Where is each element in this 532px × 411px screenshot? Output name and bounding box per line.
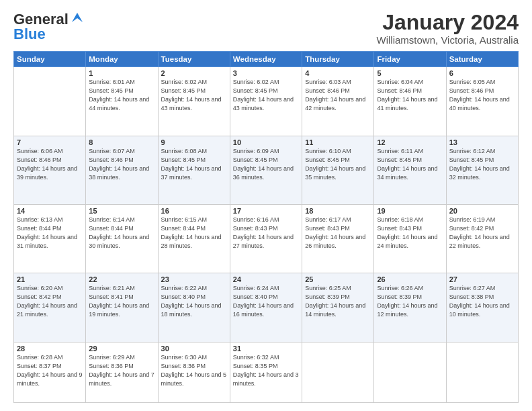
day-info: Sunrise: 6:26 AMSunset: 8:39 PMDaylight:… [377,284,443,319]
day-number: 15 [89,207,154,215]
table-row: 8Sunrise: 6:07 AMSunset: 8:46 PMDaylight… [86,136,158,204]
table-row: 22Sunrise: 6:21 AMSunset: 8:41 PMDayligh… [86,273,158,342]
header-thursday: Thursday [302,52,374,67]
day-info: Sunrise: 6:02 AMSunset: 8:45 PMDaylight:… [233,78,299,113]
day-info: Sunrise: 6:29 AMSunset: 8:36 PMDaylight:… [89,353,154,388]
svg-marker-0 [72,13,83,22]
day-number: 20 [449,207,515,215]
day-info: Sunrise: 6:18 AMSunset: 8:43 PMDaylight:… [377,216,443,250]
page: General Blue January 2024 Williamstown, … [0,0,532,411]
table-row: 7Sunrise: 6:06 AMSunset: 8:46 PMDaylight… [14,136,86,204]
day-info: Sunrise: 6:03 AMSunset: 8:46 PMDaylight:… [305,78,371,113]
day-info: Sunrise: 6:30 AMSunset: 8:36 PMDaylight:… [161,353,227,388]
day-info: Sunrise: 6:05 AMSunset: 8:46 PMDaylight:… [449,78,515,113]
day-info: Sunrise: 6:19 AMSunset: 8:42 PMDaylight:… [449,216,515,250]
day-number: 7 [17,138,83,146]
day-number: 3 [233,69,299,77]
day-info: Sunrise: 6:32 AMSunset: 8:35 PMDaylight:… [233,353,299,388]
table-row: 13Sunrise: 6:12 AMSunset: 8:45 PMDayligh… [446,136,518,204]
day-info: Sunrise: 6:17 AMSunset: 8:43 PMDaylight:… [305,216,371,250]
table-row: 2Sunrise: 6:02 AMSunset: 8:45 PMDaylight… [158,67,230,136]
day-info: Sunrise: 6:15 AMSunset: 8:44 PMDaylight:… [161,216,227,250]
day-number: 26 [377,275,443,283]
day-number: 25 [305,275,371,283]
header-monday: Monday [86,52,158,67]
day-info: Sunrise: 6:06 AMSunset: 8:46 PMDaylight:… [17,147,83,182]
day-number: 23 [161,275,227,283]
header-wednesday: Wednesday [230,52,302,67]
day-number: 30 [161,345,227,353]
day-info: Sunrise: 6:10 AMSunset: 8:45 PMDaylight:… [305,147,371,182]
table-row [14,67,86,136]
day-info: Sunrise: 6:02 AMSunset: 8:45 PMDaylight:… [161,78,227,113]
table-row: 3Sunrise: 6:02 AMSunset: 8:45 PMDaylight… [230,67,302,136]
day-number: 29 [89,345,154,353]
day-info: Sunrise: 6:27 AMSunset: 8:38 PMDaylight:… [449,284,515,319]
day-number: 5 [377,69,443,77]
header-saturday: Saturday [446,52,518,67]
day-info: Sunrise: 6:22 AMSunset: 8:40 PMDaylight:… [161,284,227,319]
day-info: Sunrise: 6:13 AMSunset: 8:44 PMDaylight:… [17,216,83,250]
table-row: 12Sunrise: 6:11 AMSunset: 8:45 PMDayligh… [374,136,446,204]
day-info: Sunrise: 6:11 AMSunset: 8:45 PMDaylight:… [377,147,443,182]
table-row: 31Sunrise: 6:32 AMSunset: 8:35 PMDayligh… [230,342,302,402]
table-row: 16Sunrise: 6:15 AMSunset: 8:44 PMDayligh… [158,204,230,273]
day-number: 6 [449,69,515,77]
main-title: January 2024 [377,11,519,34]
logo-blue: Blue [13,26,46,43]
day-number: 19 [377,207,443,215]
table-row [446,342,518,402]
table-row: 19Sunrise: 6:18 AMSunset: 8:43 PMDayligh… [374,204,446,273]
day-number: 21 [17,275,83,283]
calendar-week-row: 7Sunrise: 6:06 AMSunset: 8:46 PMDaylight… [14,136,519,204]
weekday-header-row: Sunday Monday Tuesday Wednesday Thursday… [14,52,519,67]
table-row: 4Sunrise: 6:03 AMSunset: 8:46 PMDaylight… [302,67,374,136]
table-row [302,342,374,402]
day-info: Sunrise: 6:09 AMSunset: 8:45 PMDaylight:… [233,147,299,182]
day-number: 4 [305,69,371,77]
day-info: Sunrise: 6:21 AMSunset: 8:41 PMDaylight:… [89,284,154,319]
day-info: Sunrise: 6:20 AMSunset: 8:42 PMDaylight:… [17,284,83,319]
subtitle: Williamstown, Victoria, Australia [377,34,519,46]
day-info: Sunrise: 6:04 AMSunset: 8:46 PMDaylight:… [377,78,443,113]
table-row: 14Sunrise: 6:13 AMSunset: 8:44 PMDayligh… [14,204,86,273]
table-row: 1Sunrise: 6:01 AMSunset: 8:45 PMDaylight… [86,67,158,136]
table-row: 24Sunrise: 6:24 AMSunset: 8:40 PMDayligh… [230,273,302,342]
day-info: Sunrise: 6:12 AMSunset: 8:45 PMDaylight:… [449,147,515,182]
table-row [374,342,446,402]
day-number: 2 [161,69,227,77]
day-number: 13 [449,138,515,146]
day-number: 18 [305,207,371,215]
header-tuesday: Tuesday [158,52,230,67]
day-number: 9 [161,138,227,146]
day-info: Sunrise: 6:01 AMSunset: 8:45 PMDaylight:… [89,78,154,113]
table-row: 17Sunrise: 6:16 AMSunset: 8:43 PMDayligh… [230,204,302,273]
table-row: 10Sunrise: 6:09 AMSunset: 8:45 PMDayligh… [230,136,302,204]
day-info: Sunrise: 6:07 AMSunset: 8:46 PMDaylight:… [89,147,154,182]
day-info: Sunrise: 6:25 AMSunset: 8:39 PMDaylight:… [305,284,371,319]
table-row: 25Sunrise: 6:25 AMSunset: 8:39 PMDayligh… [302,273,374,342]
day-number: 31 [233,345,299,353]
table-row: 21Sunrise: 6:20 AMSunset: 8:42 PMDayligh… [14,273,86,342]
day-number: 22 [89,275,154,283]
header-sunday: Sunday [14,52,86,67]
table-row: 6Sunrise: 6:05 AMSunset: 8:46 PMDaylight… [446,67,518,136]
day-info: Sunrise: 6:16 AMSunset: 8:43 PMDaylight:… [233,216,299,250]
logo: General Blue [13,11,83,43]
table-row: 26Sunrise: 6:26 AMSunset: 8:39 PMDayligh… [374,273,446,342]
day-number: 8 [89,138,154,146]
day-info: Sunrise: 6:28 AMSunset: 8:37 PMDaylight:… [17,353,83,388]
table-row: 27Sunrise: 6:27 AMSunset: 8:38 PMDayligh… [446,273,518,342]
calendar-week-row: 21Sunrise: 6:20 AMSunset: 8:42 PMDayligh… [14,273,519,342]
table-row: 20Sunrise: 6:19 AMSunset: 8:42 PMDayligh… [446,204,518,273]
table-row: 30Sunrise: 6:30 AMSunset: 8:36 PMDayligh… [158,342,230,402]
day-number: 16 [161,207,227,215]
day-number: 11 [305,138,371,146]
header: General Blue January 2024 Williamstown, … [13,11,519,46]
table-row: 28Sunrise: 6:28 AMSunset: 8:37 PMDayligh… [14,342,86,402]
day-info: Sunrise: 6:24 AMSunset: 8:40 PMDaylight:… [233,284,299,319]
day-number: 10 [233,138,299,146]
day-number: 28 [17,345,83,353]
day-number: 17 [233,207,299,215]
day-number: 27 [449,275,515,283]
